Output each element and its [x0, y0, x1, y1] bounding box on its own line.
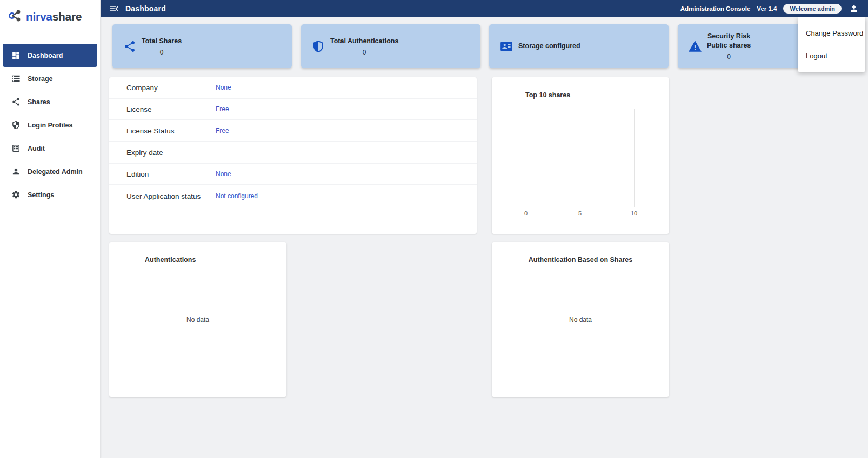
total-authentications-card[interactable]: Total Authentications 0	[301, 24, 480, 68]
chart-gridline	[607, 109, 607, 207]
sidebar-item-dashboard[interactable]: Dashboard	[3, 44, 97, 67]
authentications-chart: Authentications No data	[109, 242, 286, 397]
x-tick-label: 0	[524, 210, 528, 217]
x-tick-label: 5	[578, 210, 582, 217]
x-tick-label: 10	[631, 210, 637, 217]
no-data-text: No data	[186, 316, 209, 324]
warning-icon	[687, 39, 703, 54]
info-label: Edition	[109, 170, 216, 178]
info-row-license: License Free	[109, 99, 477, 120]
sidebar-item-label: Login Profiles	[28, 122, 72, 129]
stat-card-value: 0	[160, 49, 164, 56]
chart-axis-line	[526, 109, 526, 207]
top-10-shares-chart: Top 10 shares 0 5 10	[492, 77, 669, 234]
chart-gridline	[580, 109, 580, 207]
user-dropdown-menu: Change Password Logout	[798, 17, 865, 72]
storage-configured-card[interactable]: Storage configured	[489, 24, 669, 68]
console-label: Administration Console	[680, 5, 751, 12]
menu-open-icon[interactable]	[108, 3, 120, 15]
info-label: Company	[109, 84, 216, 92]
sidebar: nirvashare Dashboard Storage Shares	[0, 0, 101, 458]
sidebar-item-label: Audit	[28, 145, 45, 152]
info-label: User Application status	[109, 192, 216, 200]
info-value-link[interactable]: Not configured	[216, 192, 258, 200]
stat-card-subtitle: Public shares	[707, 41, 751, 50]
gear-icon	[11, 190, 21, 200]
sidebar-item-label: Storage	[28, 75, 53, 83]
info-row-company: Company None	[109, 77, 477, 99]
info-label: License Status	[109, 127, 216, 135]
list-alt-icon	[11, 144, 21, 153]
topbar: Dashboard Administration Console Ver 1.4…	[101, 0, 868, 17]
sidebar-item-settings[interactable]: Settings	[3, 183, 97, 206]
app-window: nirvashare Dashboard Storage Shares	[0, 0, 868, 458]
info-label: License	[109, 105, 216, 113]
sidebar-nav: Dashboard Storage Shares Login Profiles	[0, 44, 100, 206]
half-shield-icon	[11, 120, 21, 130]
sidebar-item-login-profiles[interactable]: Login Profiles	[3, 113, 97, 137]
sidebar-item-storage[interactable]: Storage	[3, 67, 97, 90]
stat-card-value: 0	[727, 53, 731, 60]
sidebar-item-label: Dashboard	[28, 52, 63, 59]
info-row-expiry-date: Expiry date	[109, 142, 477, 164]
contact-card-icon	[499, 39, 514, 54]
sidebar-item-label: Shares	[28, 98, 50, 106]
total-shares-card[interactable]: Total Shares 0	[112, 24, 292, 68]
logout-menu-item[interactable]: Logout	[798, 45, 865, 68]
info-value-link[interactable]: None	[216, 170, 231, 178]
chart-gridline	[634, 109, 635, 207]
chart-gridline	[553, 109, 553, 207]
welcome-admin-badge[interactable]: Welcome admin	[783, 4, 842, 14]
storage-icon	[11, 74, 21, 84]
dashboard-icon	[11, 51, 21, 60]
chart-title: Authentication Based on Shares	[529, 256, 632, 264]
page-title: Dashboard	[125, 4, 166, 13]
stat-card-title: Storage configured	[518, 42, 580, 51]
info-value-link[interactable]: None	[216, 84, 231, 91]
shield-icon	[311, 39, 326, 54]
info-row-user-application-status: User Application status Not configured	[109, 185, 477, 207]
person-icon	[11, 167, 21, 177]
user-avatar-icon[interactable]	[848, 3, 860, 15]
no-data-text: No data	[569, 316, 592, 324]
sidebar-item-label: Delegated Admin	[28, 168, 83, 176]
brand-name: nirvashare	[26, 10, 82, 23]
stat-card-title: Security Risk	[707, 32, 750, 41]
brand-logo: nirvashare	[0, 0, 100, 33]
chart-title: Authentications	[145, 256, 196, 264]
nirvashare-logo-icon	[7, 8, 23, 26]
stat-card-value: 0	[363, 49, 366, 56]
authentication-based-on-shares-chart: Authentication Based on Shares No data	[492, 242, 669, 397]
version-label: Ver 1.4	[757, 5, 777, 12]
share-icon	[11, 97, 21, 107]
share-icon	[122, 39, 137, 54]
stat-card-title: Total Authentications	[330, 37, 398, 46]
sidebar-item-delegated-admin[interactable]: Delegated Admin	[3, 160, 97, 183]
info-value-link[interactable]: Free	[216, 105, 229, 113]
sidebar-item-label: Settings	[28, 191, 54, 199]
info-row-edition: Edition None	[109, 164, 477, 185]
sidebar-item-shares[interactable]: Shares	[3, 90, 97, 113]
stat-card-title: Total Shares	[142, 37, 182, 46]
info-value-link[interactable]: Free	[216, 127, 229, 134]
sidebar-item-audit[interactable]: Audit	[3, 137, 97, 160]
chart-title: Top 10 shares	[525, 91, 570, 99]
change-password-menu-item[interactable]: Change Password	[798, 22, 865, 45]
license-info-panel: Company None License Free License Status…	[109, 77, 477, 234]
info-label: Expiry date	[109, 149, 216, 157]
info-row-license-status: License Status Free	[109, 120, 477, 142]
